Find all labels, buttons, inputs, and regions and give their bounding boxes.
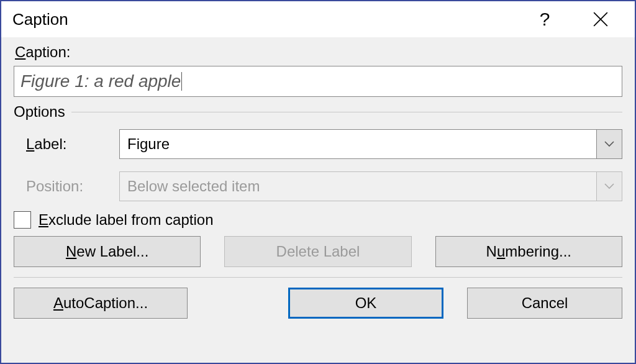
position-field-label: Position: xyxy=(14,178,119,195)
label-field-label: Label: xyxy=(14,135,119,153)
position-combobox: Below selected item xyxy=(119,171,622,201)
position-row: Position: Below selected item xyxy=(14,171,622,201)
help-button[interactable]: ? xyxy=(517,1,573,37)
titlebar: Caption ? xyxy=(1,1,635,37)
close-icon xyxy=(593,11,609,27)
bottom-button-row: AutoCaption... OK Cancel xyxy=(14,277,622,325)
label-combobox-value: Figure xyxy=(119,129,596,159)
dialog-title: Caption xyxy=(12,10,517,29)
chevron-down-icon xyxy=(604,141,614,147)
exclude-checkbox-label: Exclude label from caption xyxy=(39,211,214,229)
delete-label-button: Delete Label xyxy=(224,236,411,267)
position-combobox-value: Below selected item xyxy=(119,171,596,201)
label-combobox[interactable]: Figure xyxy=(119,129,622,159)
caption-input-text: Figure 1: a red apple xyxy=(20,71,181,91)
exclude-checkbox[interactable] xyxy=(14,211,31,229)
ok-button[interactable]: OK xyxy=(288,288,443,319)
text-caret xyxy=(181,72,182,91)
autocaption-button[interactable]: AutoCaption... xyxy=(14,288,188,319)
label-combobox-button[interactable] xyxy=(596,129,622,159)
close-button[interactable] xyxy=(573,1,629,37)
caption-field-label: Caption: xyxy=(14,42,622,62)
middle-button-row: New Label... Delete Label Numbering... xyxy=(14,236,622,273)
help-icon: ? xyxy=(540,9,550,30)
position-combobox-button xyxy=(596,171,622,201)
options-divider xyxy=(71,112,622,112)
chevron-down-icon xyxy=(604,183,614,189)
options-title: Options xyxy=(14,103,65,121)
numbering-button[interactable]: Numbering... xyxy=(435,236,622,267)
caption-input[interactable]: Figure 1: a red apple xyxy=(14,66,622,97)
new-label-button[interactable]: New Label... xyxy=(14,236,201,267)
label-row: Label: Figure xyxy=(14,129,622,159)
cancel-button[interactable]: Cancel xyxy=(467,288,622,319)
caption-dialog: Caption ? Caption: Figure 1: a red apple… xyxy=(0,0,636,364)
exclude-checkbox-row: Exclude label from caption xyxy=(14,210,622,232)
options-group: Options Label: Figure xyxy=(14,103,622,206)
dialog-body: Caption: Figure 1: a red apple Options L… xyxy=(1,37,635,363)
